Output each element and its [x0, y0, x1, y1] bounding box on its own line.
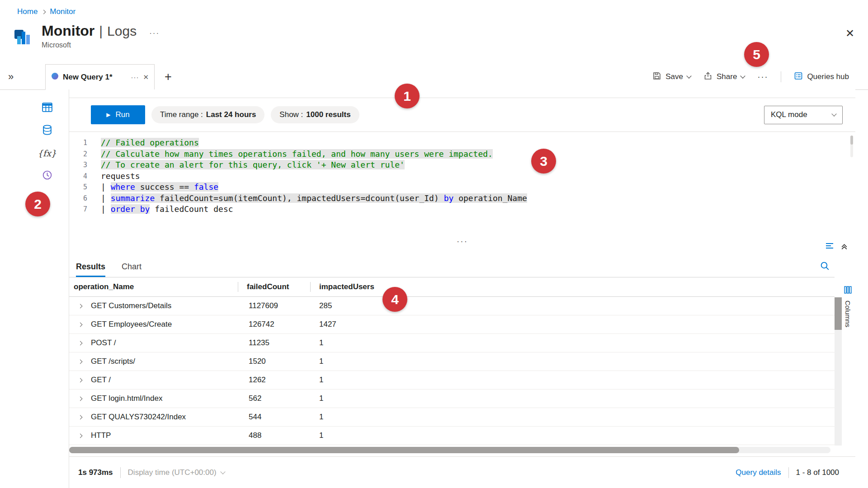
kql-mode-select[interactable]: KQL mode [764, 106, 843, 124]
breadcrumb-item[interactable]: Home [17, 7, 38, 16]
display-time-select[interactable]: Display time (UTC+00:00) [128, 468, 225, 477]
collapse-editor-icon[interactable] [840, 243, 848, 250]
resize-handle[interactable]: ··· [457, 236, 468, 246]
more-actions-button[interactable]: ··· [757, 72, 768, 82]
new-tab-button[interactable]: + [155, 64, 182, 89]
cell-impacted-users: 1 [310, 375, 835, 385]
horizontal-scrollbar[interactable] [69, 447, 830, 453]
title-separator: | [99, 23, 103, 39]
vertical-scrollbar-thumb[interactable] [835, 297, 842, 330]
tab-close-button[interactable]: ✕ [143, 73, 149, 81]
cell-impacted-users: 1 [310, 357, 835, 366]
editor-scrollbar[interactable] [850, 136, 853, 157]
time-range-picker[interactable]: Time range : Last 24 hours [151, 106, 264, 123]
callout-badge-3: 3 [531, 149, 556, 174]
row-expand-button[interactable] [69, 416, 91, 419]
column-header-failed-count[interactable]: failedCount [238, 282, 310, 291]
search-icon[interactable] [820, 261, 830, 273]
code-segment: // Calculate how many times operations f… [101, 149, 493, 159]
result-range: 1 - 8 of 1000 [796, 468, 839, 477]
row-expand-button[interactable] [69, 397, 91, 400]
code-line[interactable]: requests [101, 171, 527, 182]
row-expand-button[interactable] [69, 305, 91, 308]
share-icon [703, 71, 712, 83]
chevron-right-icon [78, 415, 82, 419]
code-line[interactable]: // To create an alert for this query, cl… [101, 160, 527, 171]
format-lines-icon[interactable] [825, 242, 834, 250]
monitor-app-icon [14, 26, 35, 48]
query-details-link[interactable]: Query details [736, 468, 781, 477]
breadcrumb-item[interactable]: Monitor [50, 7, 75, 16]
tab-new-query[interactable]: New Query 1* ··· ✕ [45, 64, 155, 90]
table-row[interactable]: GET /12621 [69, 371, 835, 389]
table-row[interactable]: GET Customers/Details1127609285 [69, 297, 835, 315]
cell-impacted-users: 1 [310, 338, 835, 347]
code-line[interactable]: // Calculate how many times operations f… [101, 149, 527, 160]
query-history-button[interactable] [39, 168, 55, 183]
run-button[interactable]: ▶ Run [91, 105, 145, 124]
code-line[interactable]: | order by failedCount desc [101, 204, 527, 215]
code-editor[interactable]: 1234567 // Failed operations// Calculate… [69, 131, 855, 236]
code-line[interactable]: | summarize failedCount=sum(itemCount), … [101, 193, 527, 204]
query-duration: 1s 973ms [78, 468, 113, 477]
vertical-scrollbar[interactable] [835, 297, 842, 446]
show-results-picker[interactable]: Show : 1000 results [271, 106, 359, 123]
results-table: operation_Name failedCount impactedUsers… [69, 277, 855, 456]
close-button[interactable]: ✕ [845, 27, 854, 40]
callout-badge-2: 2 [25, 192, 50, 216]
cell-operation-name: GET / [91, 375, 238, 385]
save-button[interactable]: Save [652, 71, 691, 83]
code-line[interactable]: // Failed operations [101, 137, 527, 149]
row-expand-button[interactable] [69, 434, 91, 437]
table-row[interactable]: HTTP4881 [69, 427, 835, 445]
horizontal-scrollbar-thumb[interactable] [69, 447, 739, 453]
row-expand-button[interactable] [69, 360, 91, 363]
share-button[interactable]: Share [703, 71, 745, 83]
row-expand-button[interactable] [69, 342, 91, 345]
code-segment: where [111, 182, 135, 192]
cell-operation-name: GET /scripts/ [91, 357, 238, 366]
tab-more-button[interactable]: ··· [131, 73, 139, 81]
columns-rail-label: Columns [844, 300, 852, 327]
code-lines: // Failed operations// Calculate how man… [101, 137, 527, 236]
expand-sidebar-button[interactable]: » [0, 64, 45, 89]
queries-pane-button[interactable] [39, 123, 55, 138]
code-segment: // Failed operations [101, 138, 199, 147]
row-expand-button[interactable] [69, 323, 91, 326]
table-row[interactable]: POST /112351 [69, 334, 835, 352]
cell-failed-count: 1262 [238, 375, 310, 385]
tab-results[interactable]: Results [76, 256, 105, 277]
breadcrumb-separator-icon [42, 9, 46, 14]
table-row[interactable]: GET login.html/Index5621 [69, 389, 835, 408]
cell-failed-count: 11235 [238, 338, 310, 347]
save-icon [652, 71, 661, 83]
display-time-label: Display time (UTC+00:00) [128, 468, 217, 477]
table-row[interactable]: GET /scripts/15201 [69, 352, 835, 371]
code-line[interactable]: | where success == false [101, 182, 527, 193]
divider [781, 71, 781, 82]
chevron-down-icon [741, 73, 745, 78]
queries-hub-button[interactable]: Queries hub [794, 71, 849, 83]
time-range-label: Time range : [160, 110, 203, 119]
database-icon [41, 124, 53, 138]
row-expand-button[interactable] [69, 379, 91, 382]
status-left: 1s 973ms Display time (UTC+00:00) [78, 467, 225, 478]
callout-badge-1: 1 [395, 84, 420, 108]
table-row[interactable]: GET QUALYS730242/Index5441 [69, 408, 835, 427]
cell-impacted-users: 1 [310, 431, 835, 440]
column-header-operation-name[interactable]: operation_Name [69, 282, 238, 291]
editor-footer-icons [825, 242, 855, 250]
functions-pane-button[interactable]: {fx} [39, 145, 55, 161]
tables-pane-button[interactable] [39, 100, 55, 116]
results-table-body: GET Customers/Details1127609285GET Emplo… [69, 297, 835, 445]
cell-operation-name: GET Customers/Details [91, 301, 238, 310]
cell-operation-name: GET login.html/Index [91, 394, 238, 403]
table-row[interactable]: GET Employees/Create1267421427 [69, 315, 835, 334]
header-more-button[interactable]: ··· [149, 29, 160, 38]
tab-actions: Save Share ··· [652, 64, 868, 89]
tab-chart[interactable]: Chart [122, 256, 142, 277]
title-block: Monitor | Logs ··· Microsoft [42, 23, 160, 49]
callout-badge-4: 4 [382, 287, 407, 312]
cell-impacted-users: 1 [310, 394, 835, 403]
columns-rail-button[interactable]: Columns [844, 286, 852, 327]
